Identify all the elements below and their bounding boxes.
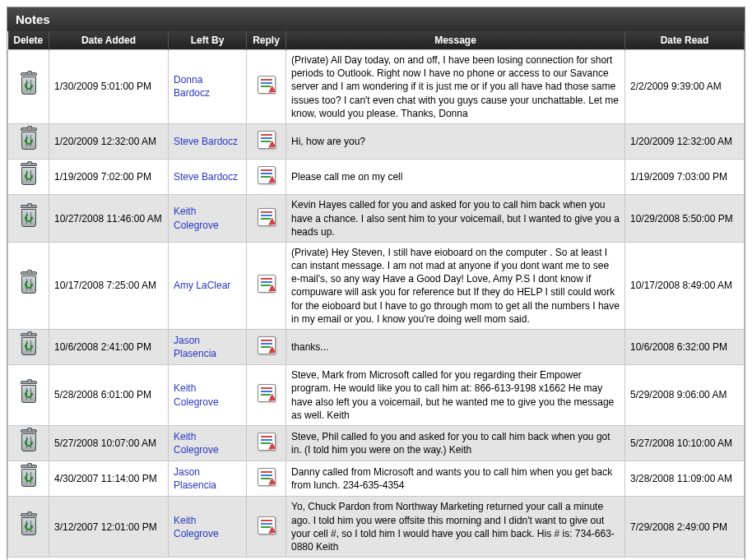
date-added-cell: 1/20/2009 12:32:00 AM bbox=[49, 123, 169, 159]
left-by-link[interactable]: Keith Colegrove bbox=[174, 515, 219, 539]
delete-cell bbox=[8, 365, 49, 426]
left-by-link[interactable]: Keith Colegrove bbox=[174, 431, 219, 456]
reply-icon[interactable] bbox=[258, 275, 276, 293]
table-row: 10/27/2008 11:46:00 AM Keith Colegrove K… bbox=[8, 195, 745, 243]
reply-cell bbox=[247, 425, 286, 460]
reply-icon[interactable] bbox=[258, 516, 276, 535]
col-header-reply: Reply bbox=[247, 31, 286, 50]
reply-cell bbox=[247, 365, 286, 426]
reply-icon[interactable] bbox=[258, 208, 276, 226]
message-cell: Steve, Mark from Microsoft called for yo… bbox=[286, 365, 625, 426]
trash-icon[interactable] bbox=[18, 205, 39, 229]
reply-cell bbox=[247, 242, 286, 329]
delete-cell bbox=[8, 242, 49, 329]
reply-cell bbox=[247, 330, 286, 365]
date-added-cell: 5/28/2008 6:01:00 PM bbox=[49, 365, 169, 426]
left-by-link[interactable]: Keith Colegrove bbox=[174, 382, 219, 407]
message-cell: Kevin Hayes called for you and asked for… bbox=[286, 195, 625, 243]
date-read-cell: 2/2/2009 9:39:00 AM bbox=[625, 50, 745, 124]
message-cell: Steve, Phil called fo you and asked for … bbox=[286, 425, 625, 460]
reply-cell bbox=[247, 195, 286, 243]
reply-icon[interactable] bbox=[258, 336, 276, 354]
delete-cell bbox=[8, 461, 49, 497]
left-by-link[interactable]: Steve Bardocz bbox=[174, 136, 238, 147]
reply-icon[interactable] bbox=[258, 433, 276, 451]
left-by-cell: Keith Colegrove bbox=[169, 195, 247, 243]
trash-icon[interactable] bbox=[18, 465, 39, 489]
left-by-cell: Keith Colegrove bbox=[169, 425, 247, 460]
left-by-cell: Donna Bardocz bbox=[169, 50, 247, 124]
panel-title: Notes bbox=[7, 7, 745, 31]
date-read-cell: 10/29/2008 5:50:00 PM bbox=[625, 195, 745, 243]
date-added-cell: 5/27/2008 10:07:00 AM bbox=[49, 425, 169, 460]
col-header-leftby: Left By bbox=[169, 31, 247, 50]
date-read-cell: 3/28/2008 11:09:00 AM bbox=[625, 461, 745, 497]
delete-cell bbox=[8, 50, 49, 124]
left-by-cell: Jason Plasencia bbox=[169, 461, 247, 497]
date-added-cell: 1/19/2009 7:02:00 PM bbox=[49, 160, 169, 195]
trash-icon[interactable] bbox=[18, 127, 39, 152]
trash-icon[interactable] bbox=[18, 333, 39, 358]
table-row: 5/27/2008 10:07:00 AM Keith Colegrove St… bbox=[8, 425, 745, 460]
reply-cell bbox=[247, 461, 286, 497]
date-read-cell: 7/29/2008 2:49:00 PM bbox=[625, 497, 745, 558]
date-added-cell: 1/30/2009 5:01:00 PM bbox=[49, 50, 169, 124]
reply-icon[interactable] bbox=[258, 468, 276, 486]
trash-icon[interactable] bbox=[18, 513, 39, 538]
left-by-cell: Steve Bardocz bbox=[169, 160, 247, 195]
message-cell: Danny called from Microsoft and wants yo… bbox=[286, 461, 625, 497]
left-by-link[interactable]: Amy LaClear bbox=[174, 280, 230, 291]
delete-cell bbox=[8, 195, 49, 243]
col-header-date: Date Added bbox=[49, 31, 169, 50]
delete-cell bbox=[8, 123, 49, 159]
reply-icon[interactable] bbox=[258, 166, 276, 184]
reply-icon[interactable] bbox=[258, 131, 276, 149]
reply-cell bbox=[247, 497, 286, 558]
left-by-link[interactable]: Steve Bardocz bbox=[174, 171, 238, 183]
table-header-row: Delete Date Added Left By Reply Message … bbox=[8, 31, 745, 50]
notes-table: Delete Date Added Left By Reply Message … bbox=[7, 31, 745, 558]
trash-icon[interactable] bbox=[18, 72, 39, 97]
left-by-link[interactable]: Jason Plasencia bbox=[174, 466, 216, 491]
table-row: 1/19/2009 7:02:00 PM Steve Bardocz Pleas… bbox=[8, 160, 745, 195]
reply-cell bbox=[247, 50, 286, 124]
message-cell: (Private) All Day today, on and off, I h… bbox=[286, 50, 625, 124]
left-by-link[interactable]: Keith Colegrove bbox=[174, 206, 219, 230]
delete-cell bbox=[8, 330, 49, 365]
reply-icon[interactable] bbox=[258, 384, 276, 402]
table-row: 3/12/2007 12:01:00 PM Keith Colegrove Yo… bbox=[8, 497, 745, 558]
left-by-cell: Amy LaClear bbox=[169, 242, 247, 329]
date-added-cell: 10/6/2008 2:41:00 PM bbox=[49, 330, 169, 365]
reply-cell bbox=[247, 123, 286, 159]
table-row: 1/20/2009 12:32:00 AM Steve Bardocz Hi, … bbox=[8, 123, 745, 159]
delete-cell bbox=[8, 497, 49, 558]
trash-icon[interactable] bbox=[18, 163, 39, 187]
notes-panel: Notes Delete Date Added Left By Reply Me… bbox=[7, 7, 745, 560]
date-read-cell: 5/29/2008 9:06:00 AM bbox=[625, 365, 745, 426]
trash-icon[interactable] bbox=[18, 271, 39, 296]
delete-cell bbox=[8, 160, 49, 195]
table-row: 5/28/2008 6:01:00 PM Keith Colegrove Ste… bbox=[8, 365, 745, 426]
left-by-cell: Jason Plasencia bbox=[169, 330, 247, 365]
reply-cell bbox=[247, 160, 286, 195]
date-added-cell: 10/27/2008 11:46:00 AM bbox=[49, 195, 169, 243]
table-row: 10/17/2008 7:25:00 AM Amy LaClear (Priva… bbox=[8, 242, 745, 329]
date-read-cell: 1/20/2009 12:32:00 AM bbox=[625, 123, 745, 159]
date-read-cell: 10/17/2008 8:49:00 AM bbox=[625, 242, 745, 329]
trash-icon[interactable] bbox=[18, 429, 39, 454]
date-added-cell: 10/17/2008 7:25:00 AM bbox=[49, 242, 169, 329]
left-by-link[interactable]: Donna Bardocz bbox=[174, 74, 210, 99]
reply-icon[interactable] bbox=[258, 76, 276, 94]
trash-icon[interactable] bbox=[18, 381, 39, 405]
message-cell: Yo, Chuck Pardon from Northway Marketing… bbox=[286, 497, 625, 558]
left-by-cell: Keith Colegrove bbox=[169, 497, 247, 558]
left-by-link[interactable]: Jason Plasencia bbox=[174, 335, 216, 359]
message-cell: thanks... bbox=[286, 330, 625, 365]
table-row: 4/30/2007 11:14:00 PM Jason Plasencia Da… bbox=[8, 461, 745, 497]
date-read-cell: 5/27/2008 10:10:00 AM bbox=[625, 425, 745, 460]
left-by-cell: Keith Colegrove bbox=[169, 365, 247, 426]
date-added-cell: 3/12/2007 12:01:00 PM bbox=[49, 497, 169, 558]
left-by-cell: Steve Bardocz bbox=[169, 123, 247, 159]
col-header-message: Message bbox=[286, 31, 625, 50]
table-row: 10/6/2008 2:41:00 PM Jason Plasencia tha… bbox=[8, 330, 745, 365]
